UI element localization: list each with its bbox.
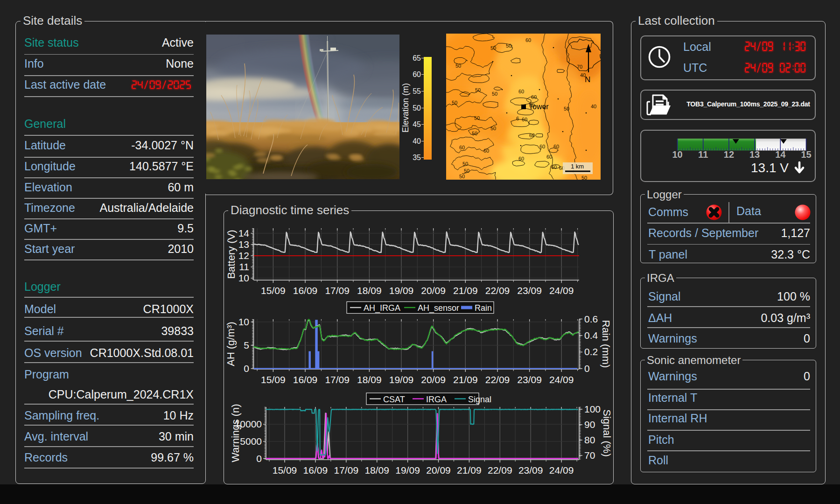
svg-text:14: 14: [775, 149, 786, 160]
svg-text:15/09: 15/09: [273, 465, 297, 476]
svg-text:5: 5: [244, 340, 249, 350]
svg-text:60: 60: [551, 164, 557, 170]
svg-text:60: 60: [518, 156, 524, 161]
svg-text:0.4: 0.4: [584, 330, 598, 341]
svg-text:50: 50: [490, 126, 496, 131]
svg-text:21/09: 21/09: [457, 465, 482, 476]
svg-text:15/09: 15/09: [261, 374, 286, 385]
svg-text:18/09: 18/09: [364, 465, 389, 476]
svg-text:17/09: 17/09: [325, 285, 350, 296]
svg-text:18/09: 18/09: [357, 285, 382, 296]
svg-text:60: 60: [522, 117, 527, 122]
svg-text:50: 50: [492, 91, 497, 97]
svg-text:80: 80: [584, 434, 595, 445]
svg-text:0: 0: [256, 453, 262, 464]
svg-text:22/09: 22/09: [488, 465, 512, 476]
svg-text:10: 10: [238, 316, 249, 327]
svg-text:50: 50: [474, 115, 480, 121]
svg-text:70: 70: [577, 64, 582, 70]
svg-text:Rain: Rain: [475, 303, 492, 313]
svg-text:16/09: 16/09: [293, 374, 318, 385]
svg-text:16/09: 16/09: [293, 285, 318, 296]
svg-text:17/09: 17/09: [325, 374, 350, 385]
svg-text:11: 11: [698, 149, 708, 160]
svg-text:10: 10: [672, 149, 682, 160]
svg-text:19/09: 19/09: [389, 285, 414, 296]
svg-text:19/09: 19/09: [389, 374, 414, 385]
svg-text:50: 50: [462, 161, 468, 167]
svg-text:50: 50: [455, 63, 461, 69]
svg-text:N: N: [585, 75, 590, 84]
svg-text:50: 50: [472, 131, 477, 136]
svg-text:Signal: Signal: [468, 395, 491, 404]
svg-text:60: 60: [539, 144, 545, 149]
svg-text:60: 60: [529, 133, 535, 138]
svg-text:100: 100: [584, 404, 601, 414]
svg-text:5000: 5000: [240, 436, 262, 447]
svg-text:10: 10: [238, 273, 249, 283]
svg-text:11: 11: [239, 261, 249, 272]
svg-text:AH_sensor: AH_sensor: [418, 303, 459, 313]
svg-text:18/09: 18/09: [357, 374, 382, 385]
svg-text:50: 50: [459, 174, 465, 179]
svg-text:0: 0: [584, 363, 590, 374]
svg-text:60: 60: [518, 89, 524, 94]
svg-text:1 km: 1 km: [571, 163, 584, 170]
svg-text:CSAT: CSAT: [383, 395, 405, 404]
svg-text:24/09: 24/09: [549, 465, 574, 476]
svg-text:17/09: 17/09: [334, 465, 359, 476]
svg-text:20/09: 20/09: [421, 285, 446, 296]
svg-text:20/09: 20/09: [426, 465, 451, 476]
svg-text:14: 14: [238, 228, 250, 238]
svg-text:50: 50: [452, 100, 457, 105]
svg-text:Battery (V): Battery (V): [225, 230, 237, 279]
svg-text:60: 60: [459, 145, 465, 150]
svg-text:24/09: 24/09: [549, 374, 574, 385]
svg-text:AH_IRGA: AH_IRGA: [364, 303, 400, 313]
svg-text:12: 12: [724, 149, 734, 160]
svg-text:60: 60: [483, 148, 489, 154]
svg-text:AH (g/m³): AH (g/m³): [225, 322, 237, 366]
svg-text:15: 15: [801, 149, 811, 160]
svg-text:40: 40: [591, 104, 596, 109]
svg-text:90: 90: [584, 419, 595, 430]
svg-text:21/09: 21/09: [453, 285, 478, 296]
svg-text:60: 60: [525, 37, 531, 43]
svg-text:22/09: 22/09: [485, 374, 510, 385]
svg-text:50: 50: [564, 106, 569, 112]
svg-text:19/09: 19/09: [395, 465, 420, 476]
svg-text:Rain (mm): Rain (mm): [600, 320, 612, 368]
svg-text:22/09: 22/09: [485, 285, 510, 296]
svg-text:50: 50: [506, 43, 511, 49]
svg-text:15/09: 15/09: [261, 285, 286, 296]
svg-text:Tower: Tower: [529, 103, 549, 111]
svg-text:50: 50: [581, 175, 587, 180]
svg-text:23/09: 23/09: [518, 465, 543, 476]
svg-text:70: 70: [584, 450, 595, 461]
svg-text:6: 6: [516, 116, 519, 121]
svg-text:20/09: 20/09: [421, 374, 446, 385]
svg-text:13: 13: [238, 239, 249, 250]
svg-text:60: 60: [546, 154, 552, 160]
svg-text:24/09: 24/09: [549, 285, 574, 296]
svg-text:50: 50: [475, 87, 481, 93]
svg-text:60: 60: [553, 144, 559, 149]
svg-text:50: 50: [464, 168, 469, 174]
svg-text:0.6: 0.6: [584, 314, 598, 324]
svg-text:IRGA: IRGA: [426, 395, 447, 404]
svg-text:Signal (%): Signal (%): [601, 409, 613, 456]
svg-text:21/09: 21/09: [453, 374, 478, 385]
svg-text:60: 60: [531, 94, 537, 100]
svg-text:50: 50: [490, 45, 496, 51]
svg-text:0.2: 0.2: [584, 346, 598, 357]
svg-text:16/09: 16/09: [303, 465, 328, 476]
svg-text:Warnings (n): Warnings (n): [230, 404, 241, 462]
svg-text:23/09: 23/09: [517, 285, 542, 296]
svg-text:12: 12: [238, 250, 249, 261]
svg-text:13: 13: [749, 149, 760, 160]
svg-text:0: 0: [244, 363, 249, 374]
svg-text:23/09: 23/09: [517, 374, 542, 385]
